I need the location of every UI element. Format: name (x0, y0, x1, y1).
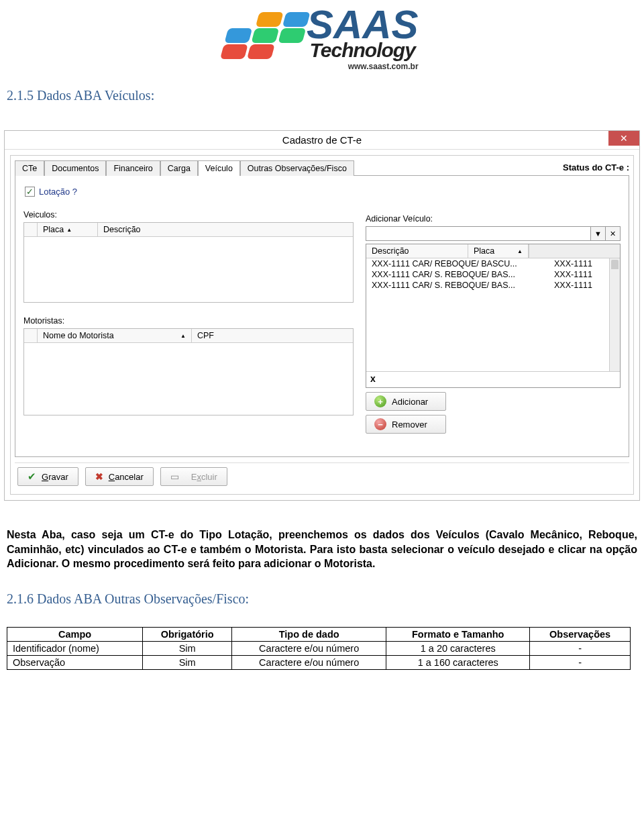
spec-row: Identificador (nome)SimCaractere e/ou nú… (7, 641, 631, 655)
tab-carga[interactable]: Carga (160, 160, 198, 176)
clear-button[interactable]: ✕ (606, 226, 621, 241)
add-veiculo-combo[interactable] (366, 226, 591, 241)
checkbox-icon: ✓ (25, 187, 35, 197)
spec-header: Obrigatório (143, 627, 232, 641)
close-icon: ✕ (620, 133, 628, 144)
sort-asc-icon: ▲ (66, 227, 72, 233)
veiculos-col-selector (24, 223, 38, 236)
dd-row[interactable]: XXX-1111 CAR/ REBOQUE/ BASCU...XXX-1111 (366, 258, 620, 269)
spec-header: Formato e Tamanho (386, 627, 530, 641)
delete-icon: ▭ (170, 471, 179, 482)
remover-button[interactable]: − Remover (366, 415, 446, 434)
cte-window: Cadastro de CT-e ✕ CTeDocumentosFinancei… (4, 130, 640, 501)
add-veiculo-dropdown: Descrição Placa ▲ XXX-1111 CAR/ REBOQUE/… (366, 244, 621, 388)
gravar-button[interactable]: ✔ Gravar (17, 467, 78, 486)
sort-asc-icon: ▲ (180, 333, 186, 339)
sort-asc-icon: ▲ (517, 248, 523, 254)
footer-bar: ✔ Gravar ✖ Cancelar ▭ Excluir (15, 462, 629, 490)
chevron-down-icon: ▼ (594, 230, 602, 238)
dd-row[interactable]: XXX-1111 CAR/ S. REBOQUE/ BAS...XXX-1111 (366, 269, 620, 280)
dd-row[interactable]: XXX-1111 CAR/ S. REBOQUE/ BAS...XXX-1111 (366, 280, 620, 291)
add-icon: + (374, 395, 386, 407)
spec-header: Observações (530, 627, 631, 641)
veiculos-title: Veiculos: (23, 210, 354, 219)
logo: SAAS Technology www.saast.com.br (0, 0, 644, 75)
spec-row: ObservaçãoSimCaractere e/ou número1 a 16… (7, 655, 631, 669)
status-label: Status do CT-e : (563, 162, 629, 175)
lotacao-label: Lotação ? (39, 187, 77, 197)
veiculos-col-descricao[interactable]: Descrição (98, 223, 353, 236)
tab-outras-observa-es-fisco[interactable]: Outras Observações/Fisco (240, 160, 354, 176)
tab-veiculo-page: ✓ Lotação ? Veiculos: Placa ▲ (15, 175, 629, 457)
logo-url: www.saast.com.br (307, 62, 419, 71)
add-veiculo-title: Adicionar Veículo: (366, 214, 621, 224)
motoristas-col-selector (24, 329, 38, 342)
dropdown-button[interactable]: ▼ (591, 226, 606, 241)
motoristas-col-nome[interactable]: Nome do Motorista ▲ (38, 329, 192, 342)
logo-icon (219, 12, 307, 66)
logo-brand-bottom: Technology (307, 39, 419, 62)
veiculos-col-placa[interactable]: Placa ▲ (38, 223, 98, 236)
adicionar-button[interactable]: + Adicionar (366, 392, 446, 411)
lotacao-checkbox[interactable]: ✓ Lotação ? (25, 187, 621, 197)
tabs-row: CTeDocumentosFinanceiroCargaVeículoOutra… (15, 160, 629, 175)
close-button[interactable]: ✕ (608, 131, 639, 146)
tab-financeiro[interactable]: Financeiro (106, 160, 160, 176)
instruction-paragraph: Nesta Aba, caso seja um CT-e do Tipo Lot… (0, 507, 644, 578)
close-icon: ✕ (610, 230, 616, 238)
cancelar-button[interactable]: ✖ Cancelar (85, 467, 154, 486)
veiculos-grid[interactable]: Placa ▲ Descrição (23, 222, 354, 303)
titlebar: Cadastro de CT-e ✕ (5, 131, 639, 150)
tab-documentos[interactable]: Documentos (44, 160, 106, 176)
check-icon: ✔ (28, 471, 36, 483)
tab-ve-culo[interactable]: Veículo (198, 160, 240, 176)
spec-table: CampoObrigatórioTipo de dadoFormato e Ta… (7, 627, 631, 670)
cancel-icon: ✖ (95, 471, 103, 482)
motoristas-grid[interactable]: Nome do Motorista ▲ CPF (23, 328, 354, 415)
dd-filter-close[interactable]: x (366, 371, 620, 387)
spec-header: Tipo de dado (232, 627, 386, 641)
window-title: Cadastro de CT-e (282, 134, 362, 146)
dd-col-descricao[interactable]: Descrição (366, 244, 468, 258)
section-heading-observacoes: 2.1.6 Dados ABA Outras Observações/Fisco… (0, 578, 644, 613)
remove-icon: − (374, 418, 386, 430)
excluir-button[interactable]: ▭ Excluir (160, 467, 227, 486)
dd-col-placa[interactable]: Placa ▲ (468, 244, 529, 258)
motoristas-title: Motoristas: (23, 316, 354, 326)
tab-cte[interactable]: CTe (15, 160, 44, 176)
logo-brand-top: SAAS (307, 7, 419, 43)
section-heading-veiculos: 2.1.5 Dados ABA Veículos: (0, 75, 644, 110)
spec-header: Campo (7, 627, 143, 641)
motoristas-col-cpf[interactable]: CPF (192, 329, 353, 342)
